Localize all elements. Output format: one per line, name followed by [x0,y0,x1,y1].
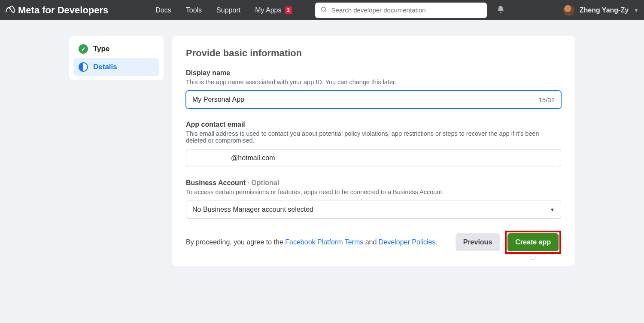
meta-logo-icon [4,5,15,16]
previous-button[interactable]: Previous [456,233,500,251]
display-name-counter: 15/32 [538,96,555,104]
email-suffix: @hotmail.com [231,154,275,162]
business-help: To access certain permissions or feature… [186,189,561,195]
svg-line-1 [325,11,326,12]
form-card: Provide basic information Display name T… [172,36,575,266]
bell-icon [496,5,505,14]
chevron-down-icon: ▼ [634,7,639,13]
step-type-label: Type [93,45,109,53]
avatar [563,5,574,16]
platform-terms-link[interactable]: Facebook Platform Terms [285,238,363,246]
user-name: Zheng Yang-Zy [580,6,629,14]
display-name-group: Display name This is the app name associ… [186,69,561,109]
button-row: Previous Create app ⬚ [456,231,561,254]
steps-sidebar: ✓ Type Details [69,36,164,80]
nav-tools[interactable]: Tools [180,5,208,16]
email-redacted-prefix [192,154,231,162]
page-body: ✓ Type Details Provide basic information… [0,20,644,266]
email-input-wrap[interactable]: @hotmail.com [186,149,561,167]
cursor-icon: ⬚ [530,253,536,260]
legal-text: By proceeding, you agree to the Facebook… [186,238,437,246]
display-name-input[interactable] [192,96,538,104]
email-group: App contact email This email address is … [186,121,561,167]
nav-my-apps[interactable]: My Apps 2 [249,5,298,16]
create-app-button[interactable]: Create app [507,233,559,251]
business-label: Business Account · Optional [186,179,561,187]
top-nav: Meta for Developers Docs Tools Support M… [0,0,644,20]
business-selected-value: No Business Manager account selected [192,206,313,213]
notifications-button[interactable] [496,5,505,15]
display-name-label: Display name [186,69,561,77]
brand[interactable]: Meta for Developers [3,5,108,16]
business-group: Business Account · Optional To access ce… [186,179,561,219]
developer-policies-link[interactable]: Developer Policies [379,238,436,246]
nav-support[interactable]: Support [210,5,246,16]
email-help: This email address is used to contact yo… [186,130,561,144]
form-footer: By proceeding, you agree to the Facebook… [186,231,561,254]
display-name-help: This is the app name associated with you… [186,79,561,85]
search-icon [320,6,327,14]
step-type[interactable]: ✓ Type [73,40,159,58]
half-circle-icon [79,62,88,72]
nav-docs[interactable]: Docs [149,5,177,16]
email-label: App contact email [186,121,561,128]
business-select[interactable]: No Business Manager account selected ▼ [186,201,561,219]
chevron-down-icon: ▼ [550,207,555,212]
my-apps-badge: 2 [285,6,292,14]
nav-links: Docs Tools Support My Apps 2 [149,5,298,16]
check-circle-icon: ✓ [79,44,88,54]
page-title: Provide basic information [186,48,561,59]
step-details-label: Details [93,63,117,71]
brand-text: Meta for Developers [18,5,108,16]
user-menu[interactable]: Zheng Yang-Zy ▼ [563,5,639,16]
business-optional: Optional [251,179,279,186]
search-wrap [315,3,487,18]
highlight-annotation: Create app ⬚ [505,231,561,254]
search-input[interactable] [331,6,482,14]
display-name-input-wrap: 15/32 [186,91,561,109]
search-box[interactable] [315,3,487,18]
svg-point-0 [321,7,325,11]
step-details[interactable]: Details [73,58,159,76]
